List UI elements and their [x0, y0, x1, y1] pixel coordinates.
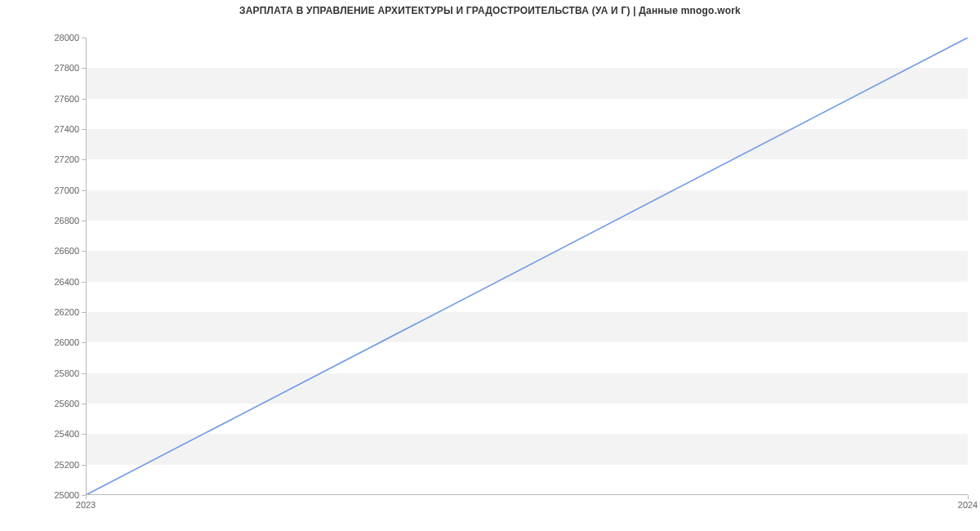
plot-area: 2500025200254002560025800260002620026400…	[86, 38, 968, 495]
x-tick-mark	[86, 495, 87, 499]
line-series	[86, 38, 968, 495]
data-line	[86, 38, 968, 495]
chart-container: ЗАРПЛАТА В УПРАВЛЕНИЕ АРХИТЕКТУРЫ И ГРАД…	[0, 0, 980, 531]
plot-inner: 2500025200254002560025800260002620026400…	[86, 38, 968, 495]
x-tick-mark	[968, 495, 969, 499]
y-axis-line	[86, 38, 87, 495]
chart-title: ЗАРПЛАТА В УПРАВЛЕНИЕ АРХИТЕКТУРЫ И ГРАД…	[0, 5, 980, 16]
x-axis-line	[86, 494, 968, 495]
